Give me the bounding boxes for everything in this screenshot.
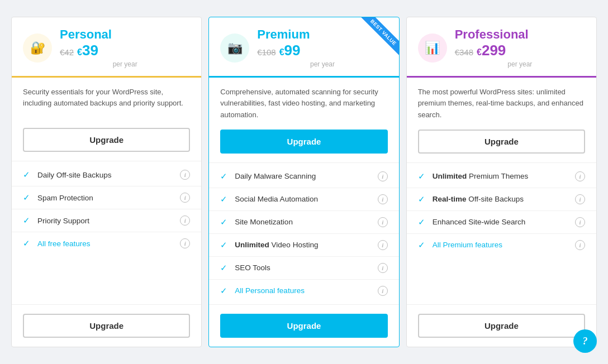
plan-cta-top: Upgrade [12, 128, 201, 161]
plan-card-premium: 📷 Premium €108 €99 per year Comprehensiv… [208, 17, 399, 347]
price-old: €108 [257, 47, 276, 57]
info-icon[interactable]: i [378, 217, 388, 227]
per-year: per year [455, 60, 585, 68]
plan-header: 🔐 Personal €42 €39 per year [12, 17, 201, 78]
info-icon[interactable]: i [575, 171, 585, 181]
price-row: €42 €39 [60, 42, 190, 59]
info-icon[interactable]: i [378, 194, 388, 204]
features-list: ✓ Daily Malware Scanning i ✓ Social Medi… [209, 162, 398, 304]
price-old: €348 [455, 47, 473, 57]
feature-text: All Premium features [433, 241, 569, 249]
price-row: €348 €299 [455, 42, 585, 59]
check-icon: ✓ [220, 171, 229, 181]
price-new: €99 [279, 42, 301, 59]
plan-description: The most powerful WordPress sites: unlim… [407, 78, 596, 129]
plan-description: Comprehensive, automated scanning for se… [209, 78, 398, 129]
per-year: per year [60, 60, 190, 68]
plan-icon: 📊 [418, 33, 447, 63]
check-icon: ✓ [418, 240, 427, 250]
upgrade-button-bottom[interactable]: Upgrade [23, 314, 190, 338]
feature-item: ✓ All Premium features i [407, 234, 596, 256]
info-icon[interactable]: i [180, 170, 190, 180]
feature-text: Priority Support [37, 217, 174, 225]
feature-item: ✓ Enhanced Site-wide Search i [407, 211, 596, 234]
price-new: €299 [477, 42, 506, 59]
feature-item: ✓ Social Media Automation i [209, 188, 398, 211]
plan-card-personal: 🔐 Personal €42 €39 per year Security ess… [11, 17, 202, 347]
info-icon[interactable]: i [378, 240, 388, 250]
check-icon: ✓ [220, 194, 229, 204]
feature-item: ✓ Spam Protection i [12, 186, 201, 209]
check-icon: ✓ [220, 263, 229, 273]
feature-item: ✓ SEO Tools i [209, 257, 398, 280]
check-icon: ✓ [23, 238, 32, 248]
price-new: €39 [77, 42, 98, 59]
feature-item: ✓ Daily Malware Scanning i [209, 165, 398, 188]
plan-icon: 🔐 [23, 33, 52, 63]
feature-item: ✓ Unlimited Video Hosting i [209, 234, 398, 257]
feature-item: ✓ All Personal features i [209, 280, 398, 302]
check-icon: ✓ [418, 171, 427, 181]
feature-item: ✓ Site Monetization i [209, 211, 398, 234]
plan-name: Professional [455, 27, 585, 42]
upgrade-button-top[interactable]: Upgrade [418, 130, 585, 154]
pricing-container: 🔐 Personal €42 €39 per year Security ess… [11, 17, 597, 347]
info-icon[interactable]: i [180, 215, 190, 226]
feature-text: Unlimited Premium Themes [433, 172, 569, 180]
plan-icon: 📷 [220, 33, 249, 63]
info-icon[interactable]: i [378, 171, 388, 181]
feature-text: All free features [37, 240, 174, 248]
check-icon: ✓ [418, 194, 427, 204]
feature-text: Social Media Automation [235, 195, 372, 203]
feature-text: Real-time Off-site Backups [433, 195, 569, 203]
info-icon[interactable]: i [575, 217, 585, 227]
check-icon: ✓ [23, 215, 32, 226]
best-value-badge [360, 17, 399, 56]
check-icon: ✓ [23, 170, 32, 180]
feature-item: ✓ Real-time Off-site Backups i [407, 188, 596, 211]
upgrade-button-bottom[interactable]: Upgrade [220, 314, 387, 338]
plan-footer: Upgrade [407, 304, 596, 347]
feature-text: Daily Off-site Backups [37, 171, 174, 179]
feature-text: Daily Malware Scanning [235, 172, 372, 180]
feature-text: Site Monetization [235, 218, 372, 226]
plan-title-area: Professional €348 €299 per year [455, 27, 585, 68]
info-icon[interactable]: i [575, 194, 585, 204]
features-list: ✓ Unlimited Premium Themes i ✓ Real-time… [407, 162, 596, 304]
feature-item: ✓ Unlimited Premium Themes i [407, 165, 596, 188]
info-icon[interactable]: i [180, 193, 190, 203]
info-icon[interactable]: i [575, 240, 585, 250]
help-button[interactable]: ? [573, 329, 597, 353]
plan-cta-top: Upgrade [407, 130, 596, 162]
upgrade-button-bottom[interactable]: Upgrade [418, 314, 585, 338]
plan-description: Security essentials for your WordPress s… [12, 78, 201, 128]
feature-text: Unlimited Video Hosting [235, 241, 372, 249]
info-icon[interactable]: i [378, 286, 388, 296]
feature-text: Enhanced Site-wide Search [433, 218, 569, 226]
plan-name: Personal [60, 27, 190, 42]
feature-item: ✓ Daily Off-site Backups i [12, 164, 201, 186]
plan-title-area: Personal €42 €39 per year [60, 27, 190, 68]
per-year: per year [257, 60, 387, 68]
check-icon: ✓ [23, 193, 32, 203]
feature-item: ✓ Priority Support i [12, 209, 201, 232]
plan-cta-top: Upgrade [209, 130, 398, 162]
feature-text: SEO Tools [235, 264, 372, 272]
plan-card-professional: 📊 Professional €348 €299 per year The mo… [406, 17, 597, 347]
plan-footer: Upgrade [209, 304, 398, 347]
plan-header: 📊 Professional €348 €299 per year [407, 17, 596, 78]
check-icon: ✓ [220, 240, 229, 250]
check-icon: ✓ [220, 286, 229, 296]
feature-text: All Personal features [235, 286, 372, 295]
info-icon[interactable]: i [378, 263, 388, 273]
upgrade-button-top[interactable]: Upgrade [23, 128, 190, 152]
upgrade-button-top[interactable]: Upgrade [220, 130, 387, 154]
check-icon: ✓ [220, 217, 229, 227]
info-icon[interactable]: i [180, 238, 190, 248]
check-icon: ✓ [418, 217, 427, 227]
feature-text: Spam Protection [37, 194, 174, 202]
feature-item: ✓ All free features i [12, 232, 201, 255]
price-old: €42 [60, 47, 74, 57]
features-list: ✓ Daily Off-site Backups i ✓ Spam Protec… [12, 161, 201, 304]
plan-footer: Upgrade [12, 304, 201, 347]
